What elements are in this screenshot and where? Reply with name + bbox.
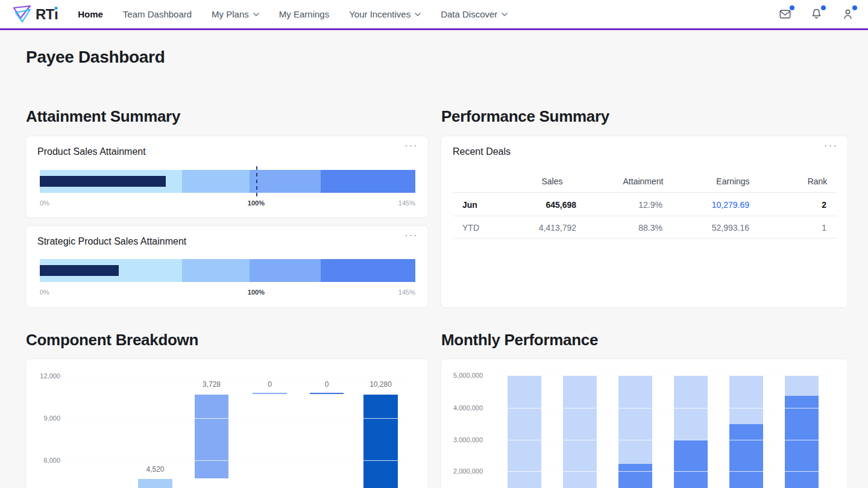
- table-cell: 645,698: [546, 200, 576, 210]
- bell-button[interactable]: [810, 7, 823, 21]
- bullet-segment: [321, 170, 415, 193]
- monthly-bar-dark: [729, 424, 763, 488]
- top-nav: RTı HomeTeam DashboardMy PlansMy Earning…: [0, 0, 868, 30]
- bullet-target-marker: [256, 166, 257, 196]
- table-row-divider: [453, 216, 837, 216]
- bullet-mid-label: 100%: [248, 199, 265, 207]
- bullet-segment: [250, 170, 321, 193]
- bullet-value-bar: [40, 176, 166, 187]
- y-tick-label: 6,000: [26, 457, 60, 464]
- table-row-label: YTD: [462, 223, 479, 233]
- section-heading-component: Component Breakdown: [26, 331, 198, 349]
- logo-i-dot: [55, 7, 58, 10]
- table-row-divider: [453, 192, 837, 193]
- notification-badge: [790, 5, 794, 10]
- bullet-max-label: 145%: [398, 199, 415, 207]
- table-cell: 52,993.16: [712, 223, 749, 233]
- table-header-cell: Attainment: [623, 177, 664, 186]
- card-menu-button[interactable]: ···: [404, 230, 418, 242]
- card-title: Product Sales Attainment: [37, 146, 146, 157]
- bullet-scale-labels: 0%100%145%: [40, 289, 415, 297]
- nav-item-label: Team Dashboard: [123, 9, 192, 19]
- grid-line-overlay: [492, 408, 839, 408]
- grid-line-overlay: [492, 375, 839, 376]
- logo-rt: RT: [36, 6, 54, 23]
- mail-button[interactable]: [778, 7, 792, 21]
- nav-item-label: Your Incentives: [349, 9, 410, 19]
- grid-line-overlay: [64, 460, 414, 461]
- y-tick-label: 2,000,000: [441, 468, 483, 475]
- nav-item-label: Home: [78, 9, 103, 19]
- section-heading-performance: Performance Summary: [441, 107, 609, 126]
- component-breakdown-card: 12,0009,0006,0004,5203,7280010,280: [25, 358, 429, 488]
- bullet-chart: [40, 259, 415, 282]
- bar-value-label: 0: [268, 380, 272, 389]
- bullet-segment: [182, 170, 250, 193]
- y-tick-label: 9,000: [26, 414, 60, 422]
- table-cell: 2: [822, 200, 826, 210]
- bullet-mid-label: 100%: [248, 289, 265, 296]
- waterfall-bar: [195, 395, 228, 478]
- user-button[interactable]: [841, 7, 855, 21]
- bullet-segment: [321, 259, 415, 282]
- rti-logo-icon: [12, 5, 33, 23]
- y-tick-label: 3,000,000: [441, 436, 483, 443]
- monthly-bar-dark: [785, 396, 819, 488]
- bar-value-label: 0: [325, 380, 329, 389]
- bullet-value-bar: [40, 265, 119, 276]
- card-title: Strategic Product Sales Attainment: [37, 236, 186, 247]
- header-icons: [778, 7, 855, 21]
- chevron-down-icon: [253, 13, 259, 16]
- bullet-min-label: 0%: [40, 289, 49, 296]
- table-header-cell: Sales: [541, 177, 562, 186]
- monthly-bar-dark: [618, 464, 652, 488]
- bullet-scale-labels: 0%100%145%: [40, 199, 415, 208]
- bar-value-label: 10,280: [370, 380, 392, 389]
- table-row-label: Jun: [462, 200, 477, 210]
- page-title: Payee Dashboard: [26, 48, 165, 67]
- waterfall-bar: [363, 395, 398, 488]
- nav-item-home[interactable]: Home: [78, 9, 103, 19]
- product-sales-attainment-card: Product Sales Attainment ··· 0%100%145%: [25, 136, 429, 218]
- y-tick-label: 5,000,000: [441, 372, 483, 379]
- rti-logo[interactable]: RTı: [12, 5, 58, 23]
- bullet-min-label: 0%: [40, 199, 49, 207]
- main-nav: HomeTeam DashboardMy PlansMy EarningsYou…: [78, 9, 508, 19]
- nav-item-my-earnings[interactable]: My Earnings: [279, 9, 329, 19]
- y-tick-label: 4,000,000: [441, 404, 483, 411]
- bullet-segment: [250, 259, 321, 282]
- rti-logo-text: RTı: [36, 6, 58, 23]
- card-menu-button[interactable]: ···: [404, 140, 418, 152]
- card-menu-button[interactable]: ···: [824, 140, 838, 152]
- chevron-down-icon: [415, 13, 421, 16]
- bar-value-label: 4,520: [146, 465, 164, 474]
- notification-badge: [821, 5, 826, 10]
- bullet-segment: [182, 259, 250, 282]
- waterfall-bar: [138, 479, 172, 488]
- section-heading-attainment: Attainment Summary: [26, 107, 180, 126]
- grid-line-overlay: [64, 376, 414, 377]
- notification-badge: [852, 5, 857, 10]
- nav-item-team-dashboard[interactable]: Team Dashboard: [123, 9, 192, 19]
- table-cell: 4,413,792: [539, 223, 576, 233]
- grid-line-overlay: [492, 440, 839, 440]
- component-breakdown-chart: 12,0009,0006,0004,5203,7280010,280: [26, 359, 428, 488]
- table-row-divider: [453, 238, 837, 239]
- logo-i: ı: [54, 6, 58, 23]
- table-cell: 1: [822, 223, 826, 233]
- monthly-bar-dark: [674, 440, 708, 488]
- y-tick-label: 12,000: [26, 372, 60, 380]
- nav-item-label: My Earnings: [279, 9, 329, 19]
- bullet-max-label: 145%: [398, 289, 415, 296]
- nav-item-your-incentives[interactable]: Your Incentives: [349, 9, 421, 19]
- nav-item-my-plans[interactable]: My Plans: [212, 9, 259, 19]
- table-header-cell: Rank: [808, 177, 828, 186]
- earnings-link[interactable]: 10,279.69: [712, 200, 749, 210]
- grid-line-overlay: [492, 471, 839, 472]
- card-title: Recent Deals: [453, 146, 511, 157]
- table-cell: 12.9%: [638, 200, 662, 210]
- section-heading-monthly: Monthly Performance: [441, 331, 598, 349]
- strategic-product-sales-attainment-card: Strategic Product Sales Attainment ··· 0…: [25, 225, 429, 308]
- table-cell: 88.3%: [638, 223, 662, 233]
- nav-item-data-discover[interactable]: Data Discover: [441, 9, 508, 19]
